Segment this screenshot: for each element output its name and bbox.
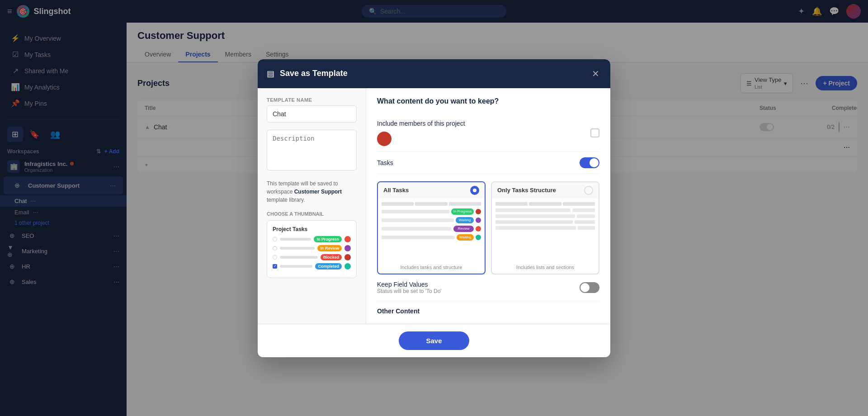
tasks-label: Tasks bbox=[377, 159, 393, 166]
members-avatar bbox=[377, 132, 392, 146]
keep-field-label: Keep Field Values bbox=[377, 281, 442, 288]
description-input[interactable] bbox=[267, 130, 357, 170]
only-structure-preview bbox=[492, 199, 599, 262]
thumb-row-0: In Progress bbox=[273, 236, 351, 242]
thumb-line bbox=[280, 256, 318, 259]
all-tasks-header: All Tasks bbox=[378, 182, 485, 199]
thumbnail-preview[interactable]: Project Tasks In Progress In Review bbox=[267, 220, 357, 278]
members-checkbox[interactable] bbox=[590, 128, 599, 137]
keep-field-toggle[interactable] bbox=[580, 282, 599, 293]
thumbnail-label: CHOOSE A THUMBNAIL bbox=[267, 211, 357, 217]
thumb-circle bbox=[273, 246, 277, 251]
modal-right-panel: What content do you want to keep? Includ… bbox=[366, 88, 610, 324]
only-structure-option[interactable]: Only Tasks Structure bbox=[491, 181, 599, 274]
thumb-badge-in-progress: In Progress bbox=[314, 236, 342, 242]
keep-field-sub: Status will be set to 'To Do' bbox=[377, 288, 442, 294]
save-button[interactable]: Save bbox=[399, 331, 469, 350]
thumb-title: Project Tasks bbox=[273, 226, 351, 232]
modal-header: ▤ Save as Template ✕ bbox=[258, 59, 610, 88]
all-tasks-preview: In Progress Waiting bbox=[378, 199, 485, 262]
modal-overlay: ▤ Save as Template ✕ TEMPLATE NAME This … bbox=[0, 0, 868, 416]
modal-close-button[interactable]: ✕ bbox=[590, 66, 601, 81]
all-tasks-option[interactable]: All Tasks bbox=[377, 181, 486, 274]
only-structure-radio[interactable] bbox=[584, 186, 593, 195]
only-structure-desc: Includes lists and sections bbox=[492, 262, 599, 274]
template-name-label: TEMPLATE NAME bbox=[267, 97, 357, 103]
thumb-circle bbox=[273, 237, 277, 241]
thumbnail-section: CHOOSE A THUMBNAIL Project Tasks In Prog… bbox=[267, 211, 357, 278]
thumb-avatar bbox=[344, 236, 351, 242]
modal-title-icon: ▤ bbox=[267, 69, 274, 79]
modal-left-panel: TEMPLATE NAME This template will be save… bbox=[258, 88, 366, 324]
all-tasks-title: All Tasks bbox=[383, 187, 409, 194]
template-name-input[interactable] bbox=[267, 105, 357, 123]
saved-to-text: This template will be saved to workspace… bbox=[267, 180, 357, 204]
thumb-avatar bbox=[344, 245, 351, 251]
thumb-line bbox=[280, 247, 315, 250]
include-members-row: Include members of this project bbox=[377, 114, 599, 152]
thumb-badge-in-review: In Review bbox=[317, 245, 342, 251]
thumb-line bbox=[280, 265, 312, 268]
modal-body: TEMPLATE NAME This template will be save… bbox=[258, 88, 610, 324]
members-info: Include members of this project bbox=[377, 120, 465, 146]
thumb-circle bbox=[273, 255, 277, 260]
only-structure-header: Only Tasks Structure bbox=[492, 182, 599, 199]
tasks-row: Tasks bbox=[377, 152, 599, 174]
other-content-title: Other Content bbox=[377, 301, 599, 315]
thumb-row-2: Blocked bbox=[273, 254, 351, 260]
tasks-options: All Tasks bbox=[377, 181, 599, 274]
toggle-knob bbox=[580, 283, 590, 292]
workspace-name: Customer Support bbox=[294, 189, 342, 195]
thumb-badge-completed: Completed bbox=[315, 263, 342, 269]
keep-field-info: Keep Field Values Status will be set to … bbox=[377, 281, 442, 294]
save-template-modal: ▤ Save as Template ✕ TEMPLATE NAME This … bbox=[258, 59, 610, 357]
only-structure-title: Only Tasks Structure bbox=[497, 187, 556, 194]
modal-title: Save as Template bbox=[280, 69, 585, 78]
thumb-row-1: In Review bbox=[273, 245, 351, 251]
tasks-options-section: All Tasks bbox=[377, 181, 599, 274]
description-section bbox=[267, 130, 357, 172]
thumb-avatar bbox=[344, 254, 351, 260]
thumb-badge-blocked: Blocked bbox=[321, 254, 342, 260]
thumb-check: ✓ bbox=[273, 264, 277, 269]
content-title: What content do you want to keep? bbox=[377, 97, 599, 105]
keep-field-row: Keep Field Values Status will be set to … bbox=[377, 274, 599, 301]
modal-footer: Save bbox=[258, 324, 610, 357]
tasks-toggle[interactable] bbox=[580, 157, 599, 168]
thumb-avatar bbox=[344, 263, 351, 269]
radio-inner bbox=[473, 189, 476, 192]
all-tasks-radio[interactable] bbox=[470, 186, 479, 195]
members-label: Include members of this project bbox=[377, 120, 465, 127]
template-name-section: TEMPLATE NAME bbox=[267, 97, 357, 123]
thumb-line bbox=[280, 238, 311, 241]
toggle-knob bbox=[590, 158, 599, 167]
all-tasks-desc: Includes tasks and structure bbox=[378, 262, 485, 274]
thumb-row-3: ✓ Completed bbox=[273, 263, 351, 269]
